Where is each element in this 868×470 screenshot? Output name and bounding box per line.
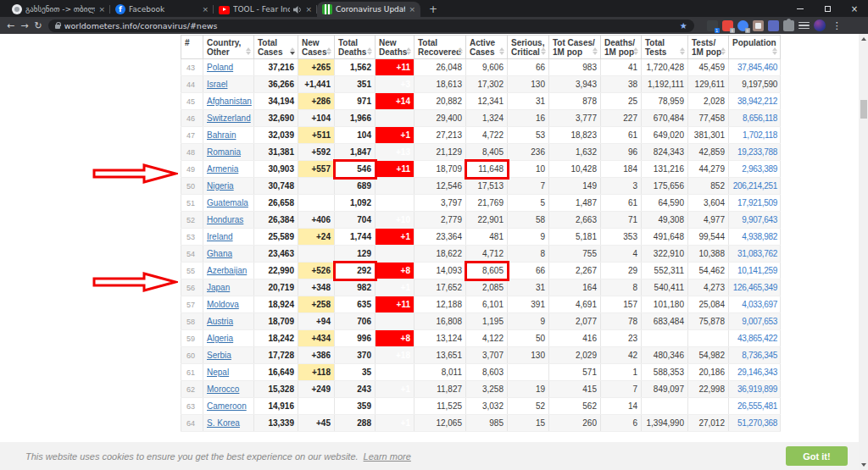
scrollbar-thumb[interactable]	[860, 100, 867, 119]
extension-cube-icon[interactable]: 1	[707, 20, 718, 31]
tab-facebook[interactable]: Facebook ×	[110, 2, 214, 17]
population-link[interactable]: 1,702,118	[743, 130, 777, 140]
tab-georgian-site[interactable]: გახსენით -> თბილისის ყვ ×	[7, 2, 110, 17]
country-link[interactable]: Nepal	[207, 368, 229, 377]
population-link[interactable]: 4,938,982	[742, 232, 777, 241]
population-link[interactable]: 38,942,212	[737, 97, 777, 106]
learn-more-link[interactable]: Learn more	[364, 451, 411, 462]
population-link[interactable]: 8,736,345	[742, 351, 777, 360]
column-header-new_cases[interactable]: NewCases	[298, 36, 335, 59]
population-link[interactable]: 29,146,343	[737, 368, 777, 377]
extensions-puzzle-icon[interactable]	[783, 20, 794, 31]
back-icon[interactable]: ←	[7, 21, 14, 30]
country-link[interactable]: Ireland	[207, 232, 233, 241]
population-link[interactable]: 9,907,643	[742, 215, 777, 224]
sort-icon[interactable]	[633, 47, 638, 55]
column-header-tests_1m[interactable]: Tests/1M pop	[688, 36, 729, 59]
column-header-cases_1m[interactable]: Tot Cases/1M pop	[549, 36, 601, 59]
sort-icon[interactable]	[458, 47, 463, 55]
population-link[interactable]: 26,555,481	[737, 401, 777, 411]
country-link[interactable]: Romania	[207, 147, 241, 157]
bookmark-star-icon[interactable]: ★	[680, 21, 687, 30]
country-link[interactable]: Honduras	[207, 215, 243, 224]
country-link[interactable]: Armenia	[207, 164, 238, 174]
sort-icon[interactable]	[541, 47, 546, 55]
tab-youtube[interactable]: TOOL - Fear Inoculum (Audi ×	[214, 2, 317, 17]
sort-icon[interactable]	[593, 47, 598, 55]
population-link[interactable]: 4,033,697	[742, 300, 777, 309]
column-header-total_cases[interactable]: TotalCases	[254, 36, 298, 59]
scrollbar-down-icon[interactable]	[859, 461, 868, 469]
column-header-active_cases[interactable]: ActiveCases	[466, 36, 508, 59]
population-link[interactable]: 206,214,251	[733, 181, 777, 191]
population-link[interactable]: 51,270,368	[737, 418, 777, 428]
population-link[interactable]: 8,656,118	[743, 113, 777, 123]
scrollbar-up-icon[interactable]	[859, 35, 868, 43]
population-link[interactable]: 10,141,259	[737, 266, 777, 275]
country-link[interactable]: Algeria	[207, 334, 233, 343]
population-link[interactable]: 19,233,788	[737, 147, 777, 157]
lock-icon[interactable]	[55, 25, 60, 29]
sort-icon[interactable]	[367, 47, 372, 55]
sort-icon[interactable]	[290, 47, 295, 55]
close-button[interactable]: ×	[841, 0, 868, 17]
profile-avatar[interactable]	[814, 19, 826, 31]
country-link[interactable]: S. Korea	[207, 418, 240, 428]
country-link[interactable]: Morocco	[207, 384, 239, 394]
minimize-button[interactable]	[787, 0, 814, 17]
country-link[interactable]: Bahrain	[207, 130, 236, 140]
column-header-total_recovered[interactable]: TotalRecovered	[415, 36, 466, 59]
population-link[interactable]: 2,963,389	[742, 164, 777, 174]
extension-list-icon[interactable]	[798, 20, 810, 31]
sort-icon[interactable]	[406, 47, 411, 55]
country-link[interactable]: Cameroon	[207, 401, 247, 411]
tab-close-icon[interactable]: ×	[98, 6, 105, 14]
population-link[interactable]: 17,921,509	[737, 198, 777, 207]
country-link[interactable]: Afghanistan	[207, 97, 252, 106]
extension-blue-icon[interactable]: II	[737, 20, 748, 31]
country-link[interactable]: Switzerland	[207, 113, 251, 123]
sort-icon[interactable]	[721, 47, 726, 55]
sort-icon[interactable]	[499, 47, 504, 55]
extension-purple-icon[interactable]	[768, 20, 779, 31]
tab-close-icon[interactable]: ×	[409, 6, 415, 14]
sort-icon[interactable]	[326, 47, 331, 55]
restore-button[interactable]	[814, 0, 841, 17]
country-link[interactable]: Austria	[207, 317, 233, 326]
sort-icon[interactable]	[680, 47, 685, 55]
new-tab-button[interactable]: +	[429, 2, 437, 17]
page-scrollbar[interactable]	[859, 34, 868, 470]
tab-coronavirus-active[interactable]: Coronavirus Update (Live): 12,59 ×	[317, 2, 420, 17]
population-link[interactable]: 126,465,349	[733, 283, 777, 292]
extension-photo-icon[interactable]	[753, 20, 764, 31]
column-header-new_deaths[interactable]: NewDeaths	[376, 36, 415, 59]
population-link[interactable]: 31,083,762	[737, 249, 777, 258]
country-link[interactable]: Serbia	[207, 351, 231, 360]
country-link[interactable]: Azerbaijan	[207, 266, 247, 275]
country-link[interactable]: Moldova	[207, 300, 239, 309]
browser-menu-icon[interactable]: ⋮	[832, 20, 842, 31]
population-link[interactable]: 9,007,653	[742, 317, 777, 326]
column-header-country[interactable]: Country,Other	[203, 36, 254, 59]
sort-icon[interactable]	[772, 47, 777, 55]
reload-icon[interactable]: ↻	[34, 21, 42, 30]
tab-close-icon[interactable]: ×	[202, 6, 209, 14]
population-link[interactable]: 37,845,460	[737, 63, 777, 72]
sort-icon[interactable]	[246, 47, 251, 55]
column-header-population[interactable]: Population	[729, 36, 781, 59]
address-bar[interactable]: worldometers.info/coronavirus/#news ★	[48, 19, 694, 32]
column-header-total_deaths[interactable]: TotalDeaths	[335, 36, 376, 59]
audio-playing-icon[interactable]	[293, 6, 302, 14]
column-header-total_tests[interactable]: TotalTests	[642, 36, 688, 59]
url-text[interactable]: worldometers.info/coronavirus/#news	[64, 21, 218, 30]
population-link[interactable]: 36,919,899	[737, 384, 777, 394]
country-link[interactable]: Japan	[207, 283, 230, 292]
tab-close-icon[interactable]: ×	[305, 6, 312, 14]
country-link[interactable]: Poland	[207, 63, 233, 72]
forward-icon[interactable]: →	[20, 21, 28, 30]
population-link[interactable]: 43,865,422	[737, 334, 777, 343]
country-link[interactable]: Ghana	[207, 249, 232, 258]
got-it-button[interactable]: Got it!	[786, 446, 848, 466]
column-header-deaths_1m[interactable]: Deaths/1M pop	[601, 36, 642, 59]
extension-adblock-icon[interactable]: II	[722, 20, 733, 31]
